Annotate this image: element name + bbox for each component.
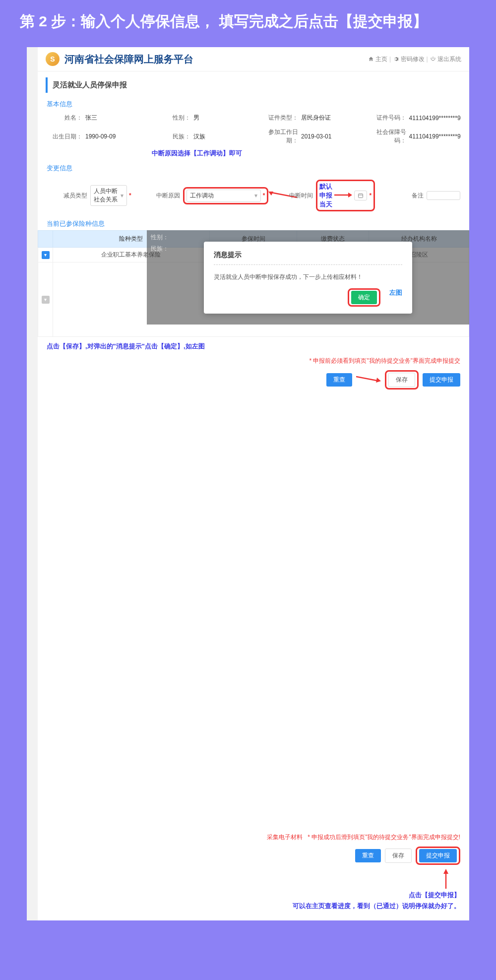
calendar-icon <box>358 193 364 198</box>
arrow-icon <box>356 376 381 385</box>
workdate-label: 参加工作日期： <box>257 128 301 145</box>
save-button-2[interactable]: 保存 <box>385 849 412 863</box>
section-current: 当前已参保险种信息 <box>38 216 469 230</box>
red-note-1: * 申报前必须看到填页"我的待提交业务"界面完成申报提交 <box>38 356 469 366</box>
reset-button-2[interactable]: 重查 <box>355 849 381 862</box>
modal-side-label: 左图 <box>389 288 402 307</box>
modal-overlay: 性别： 民族： 消息提示 灵活就业人员中断申报保存成功，下一步上传相应材料！ 确… <box>147 230 469 325</box>
dob-value: 1990-09-09 <box>85 133 116 140</box>
section-change: 变更信息 <box>38 161 469 175</box>
ssn-label: 社会保障号码： <box>366 128 409 145</box>
ssn-value: 411104199********9 <box>409 133 461 140</box>
password-link[interactable]: 密码修改 <box>393 55 424 64</box>
arrow-icon <box>334 192 352 199</box>
ov-gender-label: 性别： <box>151 234 169 241</box>
svg-marker-9 <box>443 869 448 874</box>
red-note-2a: * 申报成功后滑到填页"我的待提交业务"界面完成申报提交! <box>308 833 460 842</box>
expand-icon[interactable]: ▾ <box>42 251 50 259</box>
svg-line-6 <box>356 377 377 381</box>
arrow-icon <box>442 882 449 890</box>
note-after-modal: 点击【保存】,对弹出的"消息提示"点击【确定】,如左图 <box>47 342 460 351</box>
reset-button-1[interactable]: 重查 <box>326 373 352 387</box>
workdate-value: 2019-03-01 <box>301 133 331 140</box>
svg-marker-7 <box>376 378 381 383</box>
chg-time-label: 中断时间 <box>272 192 316 200</box>
idno-value: 411104199********9 <box>409 115 461 122</box>
red-note-2b: 采集电子材料 <box>267 833 303 842</box>
save-button-1[interactable]: 保存 <box>388 373 415 387</box>
ethnic-label: 民族： <box>150 132 193 141</box>
dob-label: 出生日期： <box>42 132 85 141</box>
gender-label: 性别： <box>150 114 193 122</box>
gear-icon <box>393 56 399 62</box>
modal-title: 消息提示 <box>214 251 402 265</box>
chg-remark-label: 备注 <box>383 192 427 200</box>
modal-ok-button[interactable]: 确定 <box>351 291 377 304</box>
svg-rect-4 <box>359 194 363 198</box>
chg-type-select[interactable]: 人员中断社会关系▾ <box>90 185 127 206</box>
idno-label: 证件号码： <box>366 114 409 122</box>
chg-reason-select[interactable]: 工作调动▾ <box>186 190 261 202</box>
name-value: 张三 <box>85 114 97 122</box>
chg-remark-input[interactable] <box>427 191 460 200</box>
submit-button-1[interactable]: 提交申报 <box>423 373 460 387</box>
site-name: 河南省社会保障网上服务平台 <box>64 53 368 66</box>
gender-value: 男 <box>193 114 199 122</box>
expand-icon[interactable]: ▾ <box>42 296 50 304</box>
chg-time-input[interactable] <box>354 191 367 200</box>
ethnic-value: 汉族 <box>193 132 205 141</box>
idtype-value: 居民身份证 <box>301 114 331 122</box>
svg-marker-3 <box>348 193 352 197</box>
page-title: 灵活就业人员停保申报 <box>46 77 461 93</box>
modal-body: 灵活就业人员中断申报保存成功，下一步上传相应材料！ <box>214 270 402 288</box>
submit-button-2[interactable]: 提交申报 <box>419 849 457 862</box>
message-modal: 消息提示 灵活就业人员中断申报保存成功，下一步上传相应材料！ 确定 左图 <box>204 242 412 314</box>
power-icon <box>430 56 436 62</box>
bottom-note-2: 可以在主页查看进度，看到（已通过）说明停保就办好了。 <box>38 900 469 915</box>
idtype-label: 证件类型： <box>257 114 301 122</box>
chg-type-label: 减员类型 <box>47 192 90 200</box>
section-basic: 基本信息 <box>38 97 469 111</box>
note-time-inline: 默认申报当天 <box>319 182 332 209</box>
ov-ethnic-label: 民族： <box>151 245 169 252</box>
name-label: 姓名： <box>42 114 85 122</box>
col-expand <box>38 231 53 248</box>
topbar: S 河南省社会保障网上服务平台 主页 | 密码修改 | 退出系统 <box>38 47 469 71</box>
note-reason: 中断原因选择【工作调动】即可 <box>38 148 469 161</box>
home-link[interactable]: 主页 <box>368 55 387 64</box>
exit-link[interactable]: 退出系统 <box>430 55 461 64</box>
left-gutter <box>27 47 38 920</box>
chg-reason-label: 中断原因 <box>139 192 183 200</box>
home-icon <box>368 56 374 62</box>
browser-frame: S 河南省社会保障网上服务平台 主页 | 密码修改 | 退出系统 <box>20 40 476 927</box>
step-title: 第 2 步：输入个人停保信息， 填写完成之后点击【提交申报】 <box>20 10 476 32</box>
logo-icon: S <box>46 52 60 66</box>
bottom-note-1: 点击【提交申报】 <box>38 891 469 900</box>
